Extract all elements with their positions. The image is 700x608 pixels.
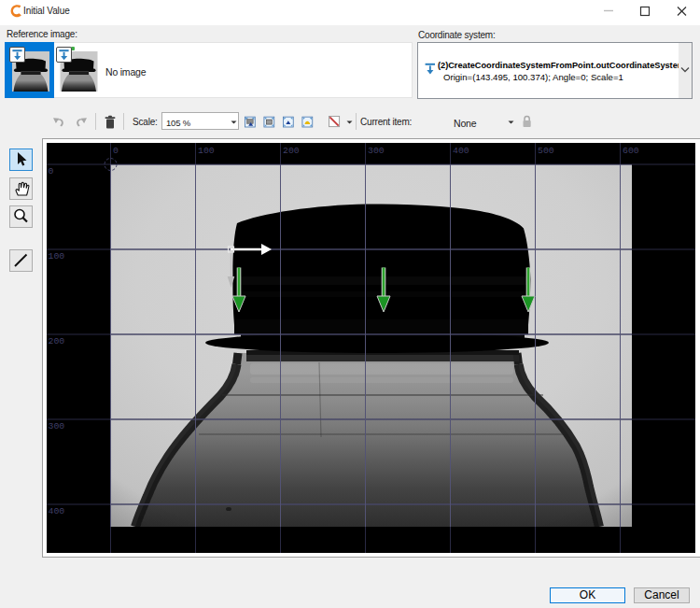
svg-text:100: 100 <box>49 251 65 262</box>
svg-text:200: 200 <box>49 336 65 346</box>
svg-text:0: 0 <box>113 146 119 156</box>
svg-text:600: 600 <box>623 146 639 156</box>
svg-text:500: 500 <box>538 146 554 156</box>
svg-text:200: 200 <box>283 146 300 156</box>
svg-text:0: 0 <box>49 166 54 177</box>
svg-text:400: 400 <box>49 506 65 516</box>
svg-text:300: 300 <box>368 146 385 156</box>
svg-text:100: 100 <box>198 146 215 156</box>
svg-text:300: 300 <box>49 421 65 431</box>
svg-text:400: 400 <box>453 146 469 156</box>
